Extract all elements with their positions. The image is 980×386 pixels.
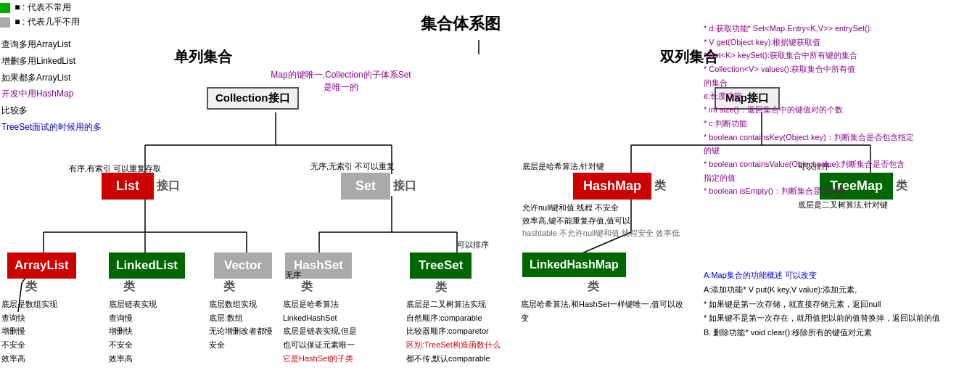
hashset-box: HashSet — [294, 258, 343, 272]
right-add-func: A:添加功能* V put(K key,V value):添加元素, — [704, 283, 940, 297]
arraylist-box: ArrayList — [15, 258, 69, 272]
sidebar-item-1: 查询多用ArrayList — [1, 36, 102, 53]
vector-nomod: 无论增删改者都慢 — [209, 324, 273, 338]
right-isempty-func: * boolean isEmpty()：判断集合是否为空 — [704, 184, 914, 198]
hashmap-allownull: 允许null键和值 线程 不安全 — [522, 202, 680, 215]
linkedlist-query: 查询慢 — [109, 311, 157, 325]
treeset-box: TreeSet — [419, 258, 463, 272]
sidebar-item-3: 如果都多ArrayList — [1, 70, 102, 86]
right-values-func2: 的集合 — [704, 76, 914, 90]
hashset-class-label: 类 — [301, 280, 313, 292]
right-size-func: * int size()：返回集合中的键值对的个数 — [704, 103, 914, 117]
list-interface-label: 接口 — [157, 178, 180, 194]
collection-interface-box: Collection接口 — [215, 91, 290, 104]
right-add-next: * 如果键不是第一次存在，就用值把以前的值替换掉，返回以前的值 — [704, 311, 940, 326]
list-box: List — [116, 178, 139, 193]
hashset-linked2: 底层是链表实现,但是 — [283, 324, 357, 338]
arraylist-bottom: 底层是数组实现 — [1, 297, 57, 311]
vector-class-label: 类 — [223, 280, 235, 292]
right-containskey-func: * boolean containsKey(Object key)：判断集合是否… — [704, 131, 914, 144]
treeset-default: 都不传,默认comparable — [406, 352, 501, 366]
treeset-sortable: 可以排序 — [457, 240, 489, 249]
right-add-first: * 如果键是第一次存储，就直接存储元素，返回null — [704, 297, 940, 312]
hashset-bottom: 底层是哈希算法 — [283, 297, 357, 311]
hashset-linkedhash: LinkedHashSet — [283, 311, 357, 325]
arraylist-unsafe: 不安全 — [1, 338, 57, 352]
arraylist-query: 查询快 — [1, 311, 57, 325]
vector-data: 底层:数组 — [209, 311, 273, 325]
treeset-diff: 区别:TreeSet构造函数什么 — [406, 338, 501, 352]
set-box: Set — [355, 178, 376, 193]
set-interface-label: 接口 — [393, 178, 416, 194]
linkedlist-unsafe: 不安全 — [109, 338, 157, 352]
treeset-comparator: 比较器顺序:comparetor — [406, 324, 501, 338]
arraylist-class-label: 类 — [25, 280, 37, 292]
sidebar-item-6[interactable]: TreeSet面试的时候用的多 — [1, 119, 102, 136]
treeset-class-label: 类 — [435, 281, 447, 293]
sidebar-item-4[interactable]: 开发中用HashMap — [1, 86, 102, 102]
right-values-func: * Collection<V> values():获取集合中所有值 — [704, 62, 914, 76]
right-e-func: e:长度功能 — [704, 89, 914, 103]
linkedhashmap-box: LinkedHashMap — [530, 258, 619, 271]
linkedhashmap-class-label: 类 — [588, 280, 599, 292]
sidebar-item-5: 比较多 — [1, 102, 102, 119]
hashmap-note: 底层是哈希算法,针对键 — [522, 162, 604, 171]
right-get-func: * V get(Object key):根据键获取值 — [704, 36, 914, 49]
legend-item-gray: ■ : 代表几乎不用 — [0, 16, 80, 28]
vector-safe: 安全 — [209, 338, 273, 352]
right-c-func: * c:判断功能 — [704, 117, 914, 131]
main-title: 集合体系图 — [421, 15, 501, 33]
right-containskey-func2: 的键 — [704, 144, 914, 157]
right-a-func: A:Map集合的功能概述 可以改变 — [704, 268, 940, 283]
treemap-bottom-note: 底层是二叉树算法,针对键 — [798, 200, 888, 209]
hashset-child: 它是HashSet的子类 — [283, 352, 357, 366]
vector-box: Vector — [224, 258, 262, 272]
right-containsvalue-func2: 指定的值 — [704, 171, 914, 185]
arraylist-add: 增删慢 — [1, 324, 57, 338]
linkedhashmap-desc: 底层哈希算法,和HashSet一样键唯一,值可以改变 — [521, 297, 688, 324]
linkedlist-bottom: 底层链表实现 — [109, 297, 157, 311]
legend-item-green: ■ : 代表不常用 — [0, 1, 71, 14]
hashmap-efficiency: 效率高,键不能重复存值,值可以 — [522, 215, 680, 228]
right-keyset-func: * Set<K> keySet():获取集合中所有键的集合 — [704, 49, 914, 62]
hashmap-box: HashMap — [583, 178, 641, 193]
treeset-natural: 自然顺序:comparable — [406, 311, 501, 325]
hashset-noordr: 无序 — [285, 271, 301, 279]
sidebar-item-2: 增删多用LinkedList — [1, 53, 102, 70]
hashmap-class-label: 类 — [654, 178, 666, 194]
single-collection-title: 单列集合 — [174, 49, 232, 65]
linkedlist-class-label: 类 — [123, 280, 135, 292]
hashtable-note: hashtable 不允许null键和值 线程安全 效率低 — [522, 227, 680, 240]
list-note: 有序,有索引 可以重复存取 — [69, 164, 161, 173]
arraylist-efficiency: 效率高 — [1, 352, 57, 366]
treeset-bottom: 底层是二叉树算法实现 — [406, 297, 501, 311]
set-note: 无序,无索引 不可以重复 — [310, 162, 395, 171]
linkedlist-box: LinkedList — [116, 258, 178, 272]
right-b-func: B. 删除功能* void clear():移除所有的键值对元素 — [704, 326, 940, 340]
linkedlist-efficiency: 效率高 — [109, 352, 157, 366]
right-d-func: * d:获取功能* Set<Map.Entry<K,V>> entrySet()… — [704, 22, 914, 36]
right-containsvalue-func: * boolean containsValue(Object value):判断… — [704, 157, 914, 171]
hashset-unique: 也可以保证元素唯一 — [283, 338, 357, 352]
linkedlist-add: 增删快 — [109, 324, 157, 338]
vector-bottom: 底层数组实现 — [209, 297, 273, 311]
